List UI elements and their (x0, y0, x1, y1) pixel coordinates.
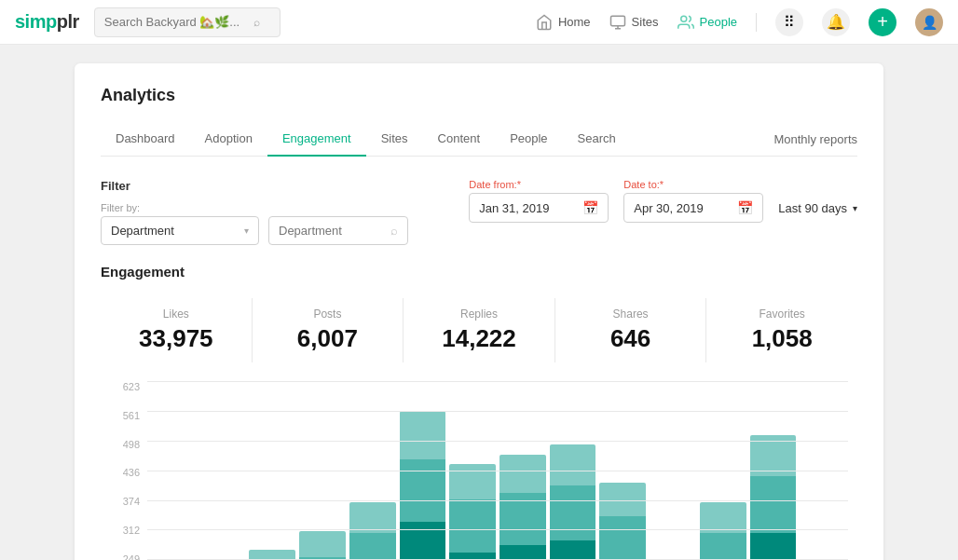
bar-stack (750, 435, 797, 560)
notifications-button[interactable]: 🔔 (822, 8, 850, 36)
nav-people[interactable]: People (677, 14, 737, 31)
nav-items: Home Sites People ⠿ 🔔 + 👤 (536, 8, 943, 36)
chevron-down-icon-2: ▾ (853, 203, 857, 213)
filter-by-label: Filter by: (101, 202, 259, 213)
bar-stack (599, 483, 646, 560)
department-search[interactable]: ⌕ (268, 216, 408, 245)
nav-sites[interactable]: Sites (609, 14, 659, 31)
filter-by-select-wrap: Filter by: Department ▾ (101, 202, 259, 245)
stat-replies: Replies 14,222 (404, 298, 555, 362)
tab-search[interactable]: Search (563, 122, 631, 157)
stat-posts-label: Posts (253, 307, 404, 321)
date-range-button[interactable]: Last 90 days ▾ (778, 201, 857, 215)
svg-rect-0 (610, 16, 624, 26)
chevron-down-icon: ▾ (244, 225, 249, 236)
bar-segment (700, 533, 746, 560)
nav-sites-label: Sites (632, 15, 659, 29)
stat-replies-value: 14,222 (404, 324, 554, 353)
tab-adoption[interactable]: Adoption (190, 122, 267, 157)
y-axis-label: 249 (123, 553, 140, 560)
bar-stack (249, 550, 295, 560)
bar-group[interactable] (349, 502, 396, 560)
stat-posts-value: 6,007 (253, 324, 404, 353)
bar-stack (550, 444, 596, 560)
bar-group[interactable] (750, 435, 797, 560)
date-from-value: Jan 31, 2019 (479, 201, 549, 215)
engagement-section-title: Engagement (101, 264, 857, 280)
filter-by-value: Department (111, 224, 174, 238)
search-input[interactable] (104, 15, 253, 29)
bar-segment (449, 499, 496, 553)
apps-button[interactable]: ⠿ (775, 8, 803, 36)
date-to-input[interactable]: Apr 30, 2019 📅 (623, 193, 763, 223)
bar-group[interactable] (700, 502, 746, 560)
filter-label: Filter (101, 179, 408, 193)
tab-sites[interactable]: Sites (366, 122, 423, 157)
add-button[interactable]: + (869, 8, 896, 36)
date-from-wrap: Date from:* Jan 31, 2019 📅 (469, 179, 609, 223)
bar-segment (599, 516, 646, 560)
department-search-wrap: x ⌕ (268, 202, 408, 245)
bar-group[interactable] (550, 444, 596, 560)
nav-home[interactable]: Home (536, 14, 591, 31)
y-axis-label: 436 (123, 467, 140, 478)
home-icon (536, 14, 553, 31)
search-bar[interactable]: ⌕ (94, 7, 281, 37)
stat-shares-value: 646 (555, 324, 706, 353)
bar-group[interactable] (249, 550, 295, 560)
date-filter-section: Date from:* Jan 31, 2019 📅 Date to:* Apr… (469, 179, 857, 223)
bar-segment (750, 435, 797, 476)
search-icon: ⌕ (390, 224, 398, 238)
calendar-icon: 📅 (582, 200, 598, 215)
people-icon (677, 14, 694, 31)
stat-shares-label: Shares (555, 307, 706, 321)
bar-stack (449, 464, 496, 560)
bar-segment (449, 464, 496, 500)
stat-posts: Posts 6,007 (253, 298, 404, 362)
bar-group[interactable] (599, 483, 646, 560)
tab-people[interactable]: People (495, 122, 562, 157)
date-range-label: Last 90 days (778, 201, 847, 215)
filter-inputs: Filter by: Department ▾ x ⌕ (101, 202, 408, 245)
bar-segment (700, 502, 746, 533)
analytics-title: Analytics (101, 86, 857, 105)
department-input[interactable] (279, 224, 390, 238)
tab-engagement[interactable]: Engagement (267, 122, 366, 157)
avatar[interactable]: 👤 (915, 8, 943, 36)
bar-segment (400, 411, 446, 458)
stat-favorites-value: 1,058 (706, 324, 857, 353)
bar-segment (550, 485, 596, 540)
tab-dashboard[interactable]: Dashboard (101, 122, 190, 157)
monthly-reports-button[interactable]: Monthly reports (773, 132, 857, 146)
bar-stack (500, 455, 546, 560)
main-content: Analytics Dashboard Adoption Engagement … (0, 45, 958, 560)
bar-group[interactable] (449, 464, 496, 560)
bar-segment (750, 533, 797, 560)
svg-point-3 (680, 16, 686, 21)
stats-row: Likes 33,975 Posts 6,007 Replies 14,222 … (101, 298, 857, 362)
bar-segment (750, 476, 797, 534)
bar-group[interactable] (299, 531, 346, 560)
nav-people-label: People (700, 15, 737, 29)
nav-home-label: Home (558, 15, 591, 29)
bar-stack (299, 531, 346, 560)
chart-area: 623561498436374312249187125620 (110, 381, 848, 560)
bar-group[interactable] (400, 411, 446, 560)
y-axis-label: 498 (123, 439, 140, 450)
bar-segment (500, 455, 546, 493)
sites-icon (609, 14, 626, 31)
date-from-input[interactable]: Jan 31, 2019 📅 (469, 193, 609, 223)
bar-segment (550, 540, 596, 560)
bar-stack (349, 502, 396, 560)
tab-content[interactable]: Content (423, 122, 496, 157)
top-navigation: simpplr ⌕ Home Sites People ⠿ 🔔 + 👤 (0, 0, 958, 45)
bar-segment (400, 522, 446, 560)
date-to-value: Apr 30, 2019 (634, 201, 703, 215)
y-axis-label: 374 (123, 496, 140, 507)
bar-segment (500, 545, 546, 560)
bar-group[interactable] (500, 455, 546, 560)
bar-stack (700, 502, 746, 560)
filter-by-select[interactable]: Department ▾ (101, 216, 259, 245)
bar-segment (449, 553, 496, 560)
engagement-section: Engagement Likes 33,975 Posts 6,007 Repl… (101, 264, 857, 560)
